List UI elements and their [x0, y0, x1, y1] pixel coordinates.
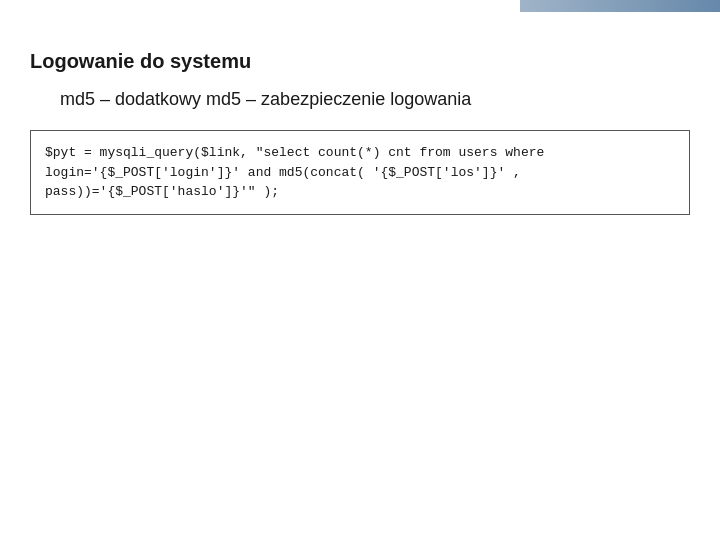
top-accent-bar	[520, 0, 720, 12]
slide-container: Logowanie do systemu md5 – dodatkowy md5…	[0, 0, 720, 540]
slide-title: Logowanie do systemu	[30, 50, 690, 73]
slide-subtitle: md5 – dodatkowy md5 – zabezpieczenie log…	[60, 89, 690, 110]
code-block: $pyt = mysqli_query($link, "select count…	[30, 130, 690, 215]
